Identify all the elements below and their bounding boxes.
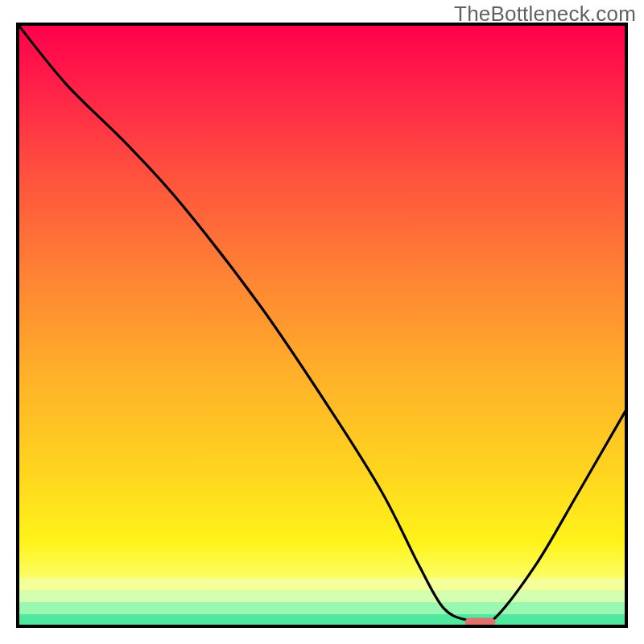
chart-frame: TheBottleneck.com xyxy=(0,0,644,644)
bottom-color-band xyxy=(18,578,626,627)
svg-rect-2 xyxy=(18,590,626,602)
bottleneck-chart xyxy=(0,0,644,644)
svg-rect-1 xyxy=(18,578,626,590)
watermark-text: TheBottleneck.com xyxy=(454,2,636,27)
plot-area xyxy=(18,24,626,627)
svg-rect-3 xyxy=(18,602,626,614)
gradient-background xyxy=(18,24,626,626)
